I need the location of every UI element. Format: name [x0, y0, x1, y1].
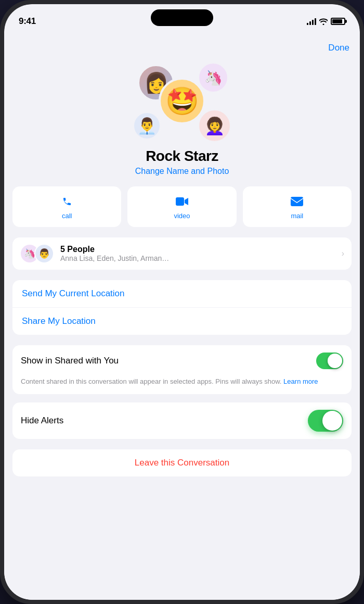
- action-buttons: call video: [4, 186, 360, 227]
- shared-with-you-row: Show in Shared with You: [12, 345, 352, 376]
- avatar-top-right: 🦄: [198, 62, 229, 93]
- wifi-icon: [319, 18, 328, 25]
- avatar-bottom-right: 👩‍🦱: [198, 109, 231, 143]
- avatar-bottom-left: 👨‍💼: [133, 111, 161, 140]
- mail-icon: [290, 194, 304, 209]
- call-button[interactable]: call: [12, 186, 121, 227]
- people-avatar-2: 👨: [34, 244, 54, 263]
- people-card[interactable]: 🦄 👨 5 People Anna Lisa, Eden, Justin, Ar…: [12, 237, 352, 270]
- phone-frame: 9:41: [0, 0, 364, 604]
- hide-alerts-thumb: [322, 411, 342, 431]
- battery-icon: [331, 18, 345, 25]
- shared-with-you-toggle[interactable]: [316, 353, 343, 369]
- location-card: Send My Current Location Share My Locati…: [12, 280, 352, 335]
- done-button[interactable]: Done: [328, 41, 349, 55]
- mail-label: mail: [291, 212, 303, 220]
- sheet-header: Done: [4, 32, 360, 59]
- send-location-item[interactable]: Send My Current Location: [12, 280, 352, 308]
- screen: Done 👩 👨‍💼 �: [4, 32, 360, 600]
- signal-icon: [307, 18, 316, 25]
- hide-alerts-toggle[interactable]: [308, 410, 343, 432]
- call-label: call: [62, 212, 72, 220]
- shared-with-you-card: Show in Shared with You Content shared i…: [12, 345, 352, 394]
- dynamic-island: [151, 9, 213, 26]
- avatar-center: 🤩: [159, 78, 205, 124]
- video-icon: [175, 194, 189, 209]
- call-icon: [61, 194, 73, 209]
- svg-rect-0: [176, 197, 184, 206]
- phone-inner: 9:41: [4, 4, 360, 600]
- svg-rect-1: [291, 197, 303, 206]
- avatar-section: 👩 👨‍💼 🤩 🦄: [4, 59, 360, 186]
- people-info: 5 People Anna Lisa, Eden, Justin, Arman…: [60, 245, 342, 262]
- status-time: 9:41: [19, 16, 36, 27]
- people-names: Anna Lisa, Eden, Justin, Arman…: [60, 254, 342, 262]
- hide-alerts-card: Hide Alerts: [12, 402, 352, 439]
- learn-more-link[interactable]: Learn more: [283, 378, 318, 385]
- leave-conversation-item[interactable]: Leave this Conversation: [12, 449, 352, 476]
- shared-with-you-description: Content shared in this conversation will…: [12, 376, 352, 394]
- hide-alerts-row: Hide Alerts: [12, 402, 352, 439]
- hide-alerts-label: Hide Alerts: [21, 416, 63, 426]
- people-avatars: 🦄 👨: [20, 244, 54, 263]
- avatar-cluster: 👩 👨‍💼 🤩 🦄: [130, 59, 234, 143]
- sheet: Done 👩 👨‍💼 �: [4, 32, 360, 600]
- leave-conversation-card: Leave this Conversation: [12, 449, 352, 476]
- leave-conversation-text: Leave this Conversation: [135, 458, 229, 468]
- shared-with-you-label: Show in Shared with You: [21, 356, 119, 366]
- video-button[interactable]: video: [127, 186, 236, 227]
- status-icons: [307, 18, 345, 25]
- status-bar: 9:41: [4, 4, 360, 32]
- people-count: 5 People: [60, 245, 342, 254]
- send-location-text: Send My Current Location: [22, 288, 125, 298]
- chevron-right-icon: ›: [342, 249, 344, 258]
- toggle-thumb: [328, 354, 342, 368]
- group-name: Rock Starz: [146, 148, 218, 165]
- share-location-text: Share My Location: [22, 316, 96, 326]
- change-name-link[interactable]: Change Name and Photo: [135, 167, 229, 176]
- video-label: video: [174, 212, 190, 220]
- share-location-item[interactable]: Share My Location: [12, 308, 352, 335]
- mail-button[interactable]: mail: [243, 186, 352, 227]
